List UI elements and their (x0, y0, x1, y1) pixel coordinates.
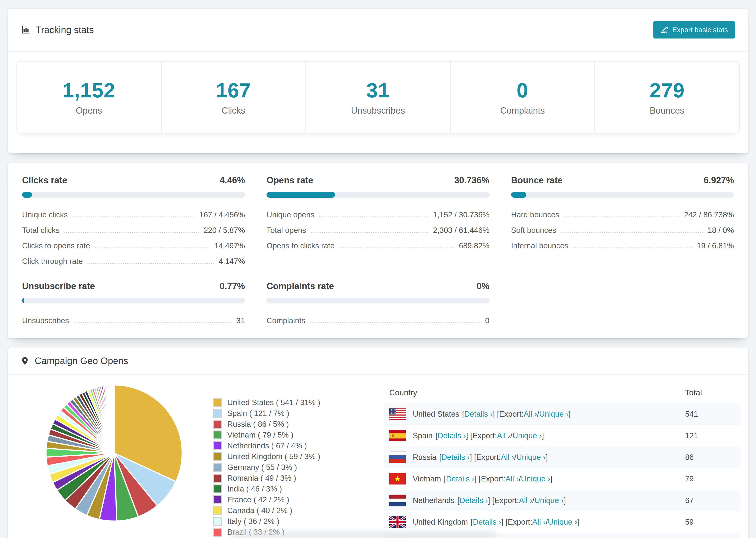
dotted-leader (74, 322, 232, 323)
export-unique-link[interactable]: Unique › (513, 431, 542, 440)
export-all-link[interactable]: All › (501, 453, 514, 462)
detail-label: Internal bounces (511, 241, 568, 250)
legend-item[interactable]: Romania ( 49 / 3% ) (213, 474, 368, 483)
legend-label: Romania ( 49 / 3% ) (227, 474, 296, 483)
legend-item[interactable]: Spain ( 121 / 7% ) (213, 409, 368, 418)
detail-value: 14.497% (214, 241, 245, 250)
legend-label: Germany ( 55 / 3% ) (227, 463, 297, 472)
detail-label: Unique clicks (22, 210, 68, 219)
rate-detail-row: Total opens2,303 / 61.446% (266, 223, 489, 238)
stat-box: 279Bounces (594, 62, 739, 133)
rate-value: 4.46% (220, 175, 245, 186)
detail-label: Unsubscribes (22, 316, 69, 325)
rate-block: Bounce rate6.927%Hard bounces242 / 86.73… (511, 175, 734, 269)
legend-label: Russia ( 86 / 5% ) (227, 420, 289, 429)
stat-label: Complaints (451, 106, 595, 116)
detail-label: Complaints (266, 316, 305, 325)
legend-item[interactable]: India ( 46 / 3% ) (213, 484, 368, 493)
export-all-link[interactable]: All › (532, 517, 546, 526)
legend-swatch (213, 430, 222, 439)
flag-es-icon (389, 430, 406, 441)
rate-detail-row: Complaints0 (266, 313, 489, 328)
dotted-leader (564, 216, 679, 217)
rate-detail-row: Unique opens1,152 / 30.736% (266, 207, 489, 223)
export-unique-link[interactable]: Unique › (548, 517, 577, 526)
rate-head: Clicks rate4.46% (22, 175, 245, 186)
rate-detail-row: Clicks to opens rate14.497% (22, 238, 245, 253)
total-cell: 79 (685, 474, 740, 483)
details-link[interactable]: Details › (459, 496, 488, 505)
rate-title: Complaints rate (266, 281, 334, 291)
export-all-link[interactable]: All › (497, 431, 511, 440)
rate-title: Opens rate (266, 175, 313, 186)
export-all-link[interactable]: All › (523, 409, 537, 418)
details-link[interactable]: Details › (446, 474, 474, 483)
export-unique-link[interactable]: Unique › (539, 409, 568, 418)
rates-card: Clicks rate4.46%Unique clicks167 / 4.456… (8, 163, 748, 338)
stat-label: Bounces (595, 106, 739, 116)
legend-item[interactable]: Canada ( 40 / 2% ) (213, 506, 368, 515)
rate-title: Unsubscribe rate (22, 281, 95, 291)
table-header: Country Total (384, 382, 740, 403)
tracking-stats-card: Tracking stats Export basic stats 1,152O… (8, 9, 748, 153)
detail-value: 242 / 86.738% (684, 210, 734, 219)
stat-label: Unsubscribes (306, 106, 450, 116)
stat-value: 279 (595, 79, 739, 102)
legend-item[interactable]: United Kingdom ( 59 / 3% ) (213, 452, 368, 461)
export-basic-stats-button[interactable]: Export basic stats (653, 21, 735, 38)
legend-swatch (213, 452, 222, 461)
rate-value: 0.77% (220, 281, 245, 291)
geo-pie-chart (44, 383, 184, 523)
bar-chart-icon (21, 25, 30, 34)
dotted-leader (87, 263, 214, 264)
details-link[interactable]: Details › (438, 431, 466, 440)
country-cell: United States[Details ›] [Export: All › … (389, 408, 685, 420)
legend-swatch (213, 506, 222, 515)
legend-swatch (213, 398, 222, 407)
country-name: United Kingdom (413, 517, 468, 526)
rate-detail-row: Opens to clicks rate689.82% (266, 238, 489, 253)
details-link[interactable]: Details › (473, 517, 501, 526)
detail-label: Click through rate (22, 257, 83, 266)
export-all-link[interactable]: All › (519, 496, 532, 505)
details-link[interactable]: Details › (464, 409, 493, 418)
legend-item[interactable]: Germany ( 55 / 3% ) (213, 463, 368, 472)
legend-item[interactable]: Italy ( 36 / 2% ) (213, 517, 368, 526)
dashboard-page: Tracking stats Export basic stats 1,152O… (0, 0, 756, 538)
legend-item[interactable]: Netherlands ( 67 / 4% ) (213, 441, 368, 450)
country-name: Vietnam (413, 474, 441, 483)
export-all-link[interactable]: All › (506, 474, 519, 483)
tracking-stats-header: Tracking stats Export basic stats (8, 9, 748, 52)
dotted-leader (64, 232, 199, 233)
campaign-geo-opens-card: Campaign Geo Opens United States ( 541 /… (8, 348, 748, 538)
detail-value: 167 / 4.456% (199, 210, 245, 219)
rate-value: 0% (477, 281, 490, 291)
detail-value: 1,152 / 30.736% (433, 210, 489, 219)
rate-detail-row: Hard bounces242 / 86.738% (511, 207, 734, 223)
table-row: Russia[Details ›] [Export: All › / Uniqu… (384, 447, 740, 468)
detail-value: 19 / 6.81% (697, 241, 734, 250)
legend-item[interactable]: Vietnam ( 79 / 5% ) (213, 430, 368, 439)
export-unique-link[interactable]: Unique › (516, 453, 546, 462)
legend-item[interactable]: Russia ( 86 / 5% ) (213, 420, 368, 429)
legend-swatch (213, 463, 222, 472)
progress-fill (511, 192, 527, 198)
legend-swatch (213, 517, 222, 526)
map-pin-icon (20, 356, 29, 366)
export-unique-link[interactable]: Unique › (534, 496, 564, 505)
progress-bar (511, 192, 734, 198)
pie-slice[interactable] (114, 385, 114, 453)
dotted-leader (573, 247, 692, 248)
legend-label: Canada ( 40 / 2% ) (227, 506, 292, 515)
legend-item[interactable]: France ( 42 / 2% ) (213, 495, 368, 504)
dotted-leader (95, 247, 210, 248)
details-link[interactable]: Details › (441, 453, 470, 462)
legend-item[interactable]: United States ( 541 / 31% ) (213, 398, 368, 407)
detail-value: 0 (485, 316, 489, 325)
export-button-label: Export basic stats (672, 26, 728, 34)
legend-swatch (213, 409, 222, 418)
export-unique-link[interactable]: Unique › (521, 474, 550, 483)
bottom-scroll-shadow (231, 531, 496, 538)
detail-label: Total clicks (22, 226, 60, 235)
rate-head: Complaints rate0% (266, 281, 489, 291)
